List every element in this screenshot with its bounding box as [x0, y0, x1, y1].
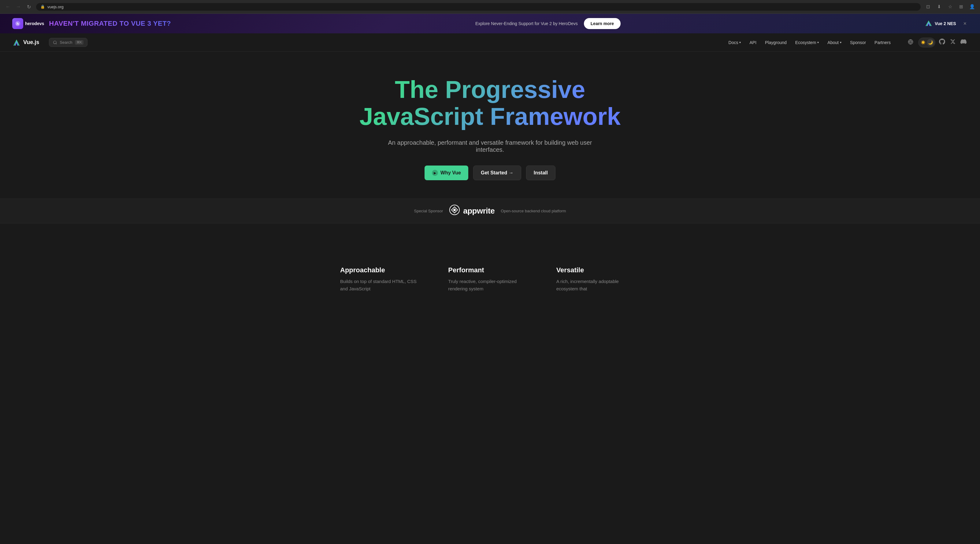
- nav-playground[interactable]: Playground: [761, 38, 791, 47]
- ecosystem-chevron-icon: ▾: [817, 41, 819, 44]
- nav-api[interactable]: API: [746, 38, 760, 47]
- appwrite-icon: [449, 204, 460, 218]
- feature-performant: Performant Truly reactive, compiler-opti…: [442, 260, 538, 299]
- download-button[interactable]: ⬇: [935, 2, 943, 11]
- banner-left: h herodevs HAVEN'T MIGRATED TO VUE 3 YET…: [12, 18, 171, 29]
- navbar-brand-text: Vue.js: [23, 39, 39, 46]
- address-bar[interactable]: 🔒 vuejs.org: [36, 3, 921, 11]
- browser-chrome: ← → ↻ 🔒 vuejs.org ⊡ ⬇ ☆ ⊞ 👤: [0, 0, 980, 14]
- light-theme-icon: ☀️: [920, 39, 927, 46]
- navbar: Vue.js Search ⌘K Docs ▾ API Playground E…: [0, 33, 980, 52]
- vue2-nes-label: Vue 2 NES: [935, 21, 956, 26]
- why-vue-button[interactable]: ▶ Why Vue: [425, 165, 468, 180]
- svg-text:h: h: [16, 22, 19, 26]
- hero-section: The Progressive JavaScript Framework An …: [0, 52, 980, 199]
- sponsor-bar: Special Sponsor appwrite Open-source bac…: [0, 199, 980, 223]
- dark-theme-icon: 🌙: [927, 39, 934, 46]
- play-icon: ▶: [432, 170, 438, 176]
- browser-actions: ⊡ ⬇ ☆ ⊞ 👤: [924, 2, 976, 11]
- banner-right: Vue 2 NES ×: [925, 19, 968, 28]
- twitter-link[interactable]: [949, 38, 957, 47]
- nav-about[interactable]: About ▾: [824, 38, 845, 47]
- reload-button[interactable]: ↻: [24, 2, 33, 11]
- sponsor-description: Open-source backend cloud platform: [501, 209, 566, 213]
- bookmark-button[interactable]: ☆: [946, 2, 954, 11]
- banner-center: Explore Never-Ending Support for Vue 2 b…: [171, 18, 925, 29]
- profile-button[interactable]: 👤: [968, 2, 976, 11]
- cast-button[interactable]: ⊡: [924, 2, 932, 11]
- nav-ecosystem[interactable]: Ecosystem ▾: [792, 38, 822, 47]
- install-button[interactable]: Install: [526, 165, 555, 180]
- hero-title: The Progressive JavaScript Framework: [360, 76, 620, 130]
- banner-cta-button[interactable]: Learn more: [584, 18, 620, 29]
- sponsor-label: Special Sponsor: [414, 209, 443, 213]
- search-label: Search: [60, 40, 72, 45]
- feature-versatile: Versatile A rich, incrementally adoptabl…: [550, 260, 646, 299]
- search-button[interactable]: Search ⌘K: [49, 38, 88, 47]
- feature-approachable-title: Approachable: [340, 266, 424, 274]
- feature-versatile-desc: A rich, incrementally adoptable ecosyste…: [556, 278, 640, 293]
- lock-icon: 🔒: [40, 5, 45, 9]
- feature-performant-desc: Truly reactive, compiler-optimized rende…: [448, 278, 531, 293]
- github-link[interactable]: [938, 37, 947, 48]
- appwrite-logo[interactable]: appwrite: [449, 204, 495, 218]
- svg-line-7: [56, 43, 57, 44]
- back-button[interactable]: ←: [4, 2, 12, 11]
- svg-point-6: [54, 41, 56, 43]
- docs-chevron-icon: ▾: [739, 41, 741, 44]
- feature-versatile-title: Versatile: [556, 266, 640, 274]
- vue2-nes-logo: Vue 2 NES: [925, 20, 956, 27]
- feature-performant-title: Performant: [448, 266, 531, 274]
- navbar-links: Docs ▾ API Playground Ecosystem ▾ About …: [725, 38, 894, 47]
- feature-approachable-desc: Builds on top of standard HTML, CSS and …: [340, 278, 424, 293]
- nav-docs[interactable]: Docs ▾: [725, 38, 745, 47]
- theme-toggle[interactable]: ☀️ 🌙: [918, 38, 935, 48]
- nav-sponsor[interactable]: Sponsor: [846, 38, 870, 47]
- language-button[interactable]: [905, 38, 916, 47]
- banner-close-button[interactable]: ×: [962, 19, 968, 28]
- browser-nav: ← → ↻: [4, 2, 33, 11]
- navbar-extras: ☀️ 🌙: [905, 37, 968, 48]
- herodevs-logo: h herodevs: [12, 18, 44, 29]
- features-section: Approachable Builds on top of standard H…: [322, 242, 658, 317]
- forward-button[interactable]: →: [14, 2, 22, 11]
- url-text: vuejs.org: [48, 5, 64, 9]
- herodevs-name: herodevs: [25, 21, 44, 26]
- banner-description: Explore Never-Ending Support for Vue 2 b…: [475, 21, 578, 26]
- svg-point-11: [453, 209, 456, 211]
- search-shortcut: ⌘K: [75, 40, 83, 45]
- hero-buttons: ▶ Why Vue Get Started → Install: [425, 165, 555, 180]
- promo-banner: h herodevs HAVEN'T MIGRATED TO VUE 3 YET…: [0, 14, 980, 33]
- navbar-brand[interactable]: Vue.js: [12, 39, 39, 46]
- hero-subtitle: An approachable, performant and versatil…: [383, 139, 597, 153]
- feature-approachable: Approachable Builds on top of standard H…: [334, 260, 430, 299]
- banner-headline: HAVEN'T MIGRATED TO VUE 3 YET?: [49, 19, 171, 27]
- about-chevron-icon: ▾: [840, 41, 842, 44]
- discord-link[interactable]: [959, 37, 968, 48]
- get-started-button[interactable]: Get Started →: [473, 165, 521, 180]
- extensions-button[interactable]: ⊞: [957, 2, 965, 11]
- herodevs-logo-icon: h: [12, 18, 23, 29]
- nav-partners[interactable]: Partners: [871, 38, 894, 47]
- appwrite-name: appwrite: [463, 206, 495, 216]
